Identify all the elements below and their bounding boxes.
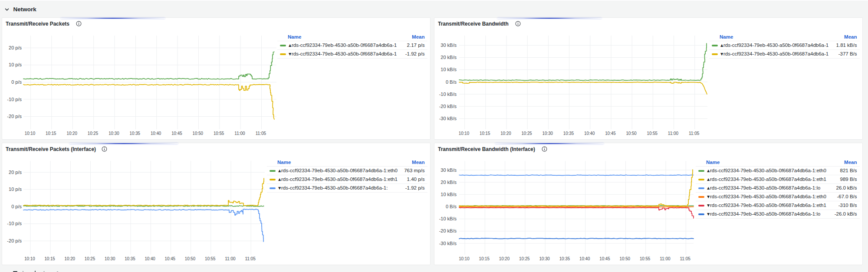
svg-text:10 kB/s: 10 kB/s (441, 192, 457, 197)
svg-text:10:25: 10:25 (85, 256, 95, 261)
svg-text:-30 kB/s: -30 kB/s (439, 116, 457, 121)
svg-text:-30 kB/s: -30 kB/s (439, 241, 457, 246)
svg-text:10:10: 10:10 (25, 131, 35, 136)
svg-text:10:20: 10:20 (500, 131, 511, 136)
svg-text:10:35: 10:35 (130, 131, 140, 136)
svg-text:10:50: 10:50 (626, 131, 636, 136)
svg-text:11:00: 11:00 (225, 256, 235, 261)
svg-text:0 p/s: 0 p/s (11, 204, 22, 209)
svg-text:10:55: 10:55 (647, 131, 658, 136)
svg-text:0 p/s: 0 p/s (11, 79, 22, 85)
svg-text:10:55: 10:55 (640, 256, 650, 261)
svg-text:-20 kB/s: -20 kB/s (439, 104, 457, 109)
svg-text:10:55: 10:55 (214, 131, 224, 136)
svg-text:10:50: 10:50 (620, 256, 630, 261)
svg-text:10:45: 10:45 (165, 256, 175, 261)
svg-text:11:05: 11:05 (256, 131, 266, 136)
svg-text:10:25: 10:25 (521, 131, 532, 136)
svg-text:10:15: 10:15 (46, 131, 56, 136)
svg-text:10 p/s: 10 p/s (9, 62, 22, 67)
svg-text:10:35: 10:35 (563, 131, 574, 136)
svg-text:10:40: 10:40 (145, 256, 155, 261)
svg-text:10:10: 10:10 (459, 131, 469, 136)
svg-text:10:30: 10:30 (539, 256, 549, 261)
svg-text:10:15: 10:15 (44, 256, 55, 261)
svg-text:10:15: 10:15 (479, 256, 490, 261)
svg-text:10 kB/s: 10 kB/s (441, 67, 457, 72)
svg-text:10:45: 10:45 (605, 131, 615, 136)
svg-text:20 p/s: 20 p/s (9, 170, 22, 175)
svg-text:10:40: 10:40 (151, 131, 161, 136)
svg-text:11:05: 11:05 (689, 131, 699, 136)
svg-text:11:05: 11:05 (680, 256, 690, 261)
svg-text:10:40: 10:40 (584, 131, 595, 136)
svg-text:20 kB/s: 20 kB/s (441, 55, 457, 60)
svg-text:10:25: 10:25 (88, 131, 98, 136)
svg-text:11:00: 11:00 (234, 131, 245, 136)
svg-text:-20 p/s: -20 p/s (7, 238, 22, 243)
svg-text:10:20: 10:20 (499, 256, 510, 261)
svg-text:10:20: 10:20 (65, 256, 75, 261)
svg-text:11:00: 11:00 (668, 131, 678, 136)
svg-text:10:10: 10:10 (24, 256, 35, 261)
svg-text:20 p/s: 20 p/s (9, 45, 22, 50)
svg-text:10 p/s: 10 p/s (9, 187, 22, 192)
svg-text:10:15: 10:15 (480, 131, 490, 136)
svg-text:10:30: 10:30 (105, 256, 115, 261)
svg-text:10:30: 10:30 (108, 131, 119, 136)
svg-text:10:50: 10:50 (185, 256, 195, 261)
svg-text:-10 p/s: -10 p/s (7, 221, 22, 226)
svg-text:11:00: 11:00 (660, 256, 670, 261)
svg-text:-20 p/s: -20 p/s (7, 114, 22, 119)
svg-text:10:35: 10:35 (125, 256, 135, 261)
svg-text:0 B/s: 0 B/s (446, 204, 457, 209)
svg-text:30 kB/s: 30 kB/s (441, 43, 457, 48)
svg-text:0 B/s: 0 B/s (446, 79, 457, 85)
svg-text:30 kB/s: 30 kB/s (441, 167, 457, 173)
svg-text:-20 kB/s: -20 kB/s (439, 228, 457, 233)
svg-text:-10 p/s: -10 p/s (7, 97, 22, 102)
svg-text:10:30: 10:30 (542, 131, 553, 136)
svg-text:10:20: 10:20 (67, 131, 77, 136)
svg-text:-10 kB/s: -10 kB/s (439, 92, 457, 97)
svg-text:10:45: 10:45 (599, 256, 610, 261)
svg-text:-10 kB/s: -10 kB/s (439, 216, 457, 221)
svg-text:10:45: 10:45 (171, 131, 182, 136)
svg-text:10:25: 10:25 (519, 256, 529, 261)
svg-text:10:40: 10:40 (579, 256, 590, 261)
svg-text:10:10: 10:10 (459, 256, 469, 261)
svg-text:10:35: 10:35 (559, 256, 570, 261)
svg-text:10:50: 10:50 (193, 131, 203, 136)
svg-text:20 kB/s: 20 kB/s (441, 180, 457, 185)
svg-text:11:05: 11:05 (245, 256, 255, 261)
svg-text:10:55: 10:55 (205, 256, 215, 261)
